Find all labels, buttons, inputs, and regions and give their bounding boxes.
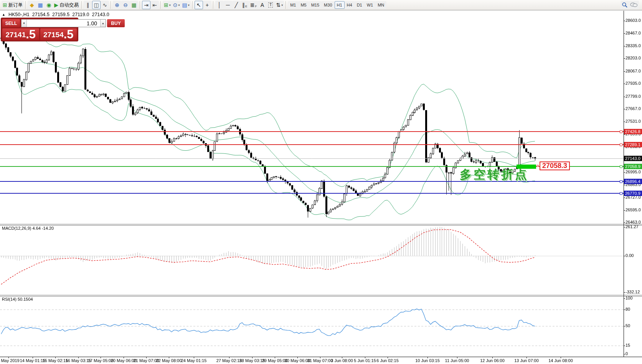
new-order-label: 新订单 — [8, 2, 23, 8]
toolbar-separator — [160, 1, 161, 9]
timeframe-d1-button[interactable]: D1 — [355, 1, 365, 9]
zoom-in-icon: ⊕ — [115, 2, 119, 8]
autotrading-button[interactable]: ▶自动交易 — [53, 1, 80, 9]
timeframe-w1-button[interactable]: W1 — [365, 1, 376, 9]
sell-button[interactable]: SELL — [2, 19, 20, 27]
auto-scroll-button[interactable]: ⇥ — [142, 1, 150, 9]
chart-canvas[interactable] — [0, 0, 642, 364]
auto-scroll-icon: ⇥ — [144, 2, 149, 8]
indicators-button[interactable]: ⊞▾ — [163, 1, 172, 9]
new-order-button[interactable]: ⊞新订单 — [2, 1, 24, 9]
market-watch-button[interactable]: ▦ — [36, 1, 45, 9]
arrow-objects-dropdown-icon[interactable]: ▾ — [281, 3, 283, 7]
timeframe-m30-button[interactable]: M30 — [322, 1, 334, 9]
lot-size-input[interactable] — [27, 20, 100, 27]
sell-price-button[interactable]: 27141.5 — [2, 28, 39, 40]
chart-shift-button[interactable]: ⇤ — [150, 1, 159, 9]
line-chart-button[interactable]: ∿ — [101, 1, 109, 9]
price-badge: 26896.4 — [624, 179, 642, 184]
periods-button[interactable]: ⊙▾ — [172, 1, 181, 9]
navigator-icon: ◉ — [46, 2, 51, 8]
candlestick-chart-icon: ◫ — [94, 2, 99, 8]
crosshair-icon: + — [206, 2, 209, 8]
toolbar: ⊞新订单◆▦◉▶自动交易∥◫∿⊕⊖▦⇥⇤⊞▾⊙▾▤▾↖+│─╱∥E≣FAT⇅▾M… — [0, 0, 642, 10]
toolbar-separator — [140, 1, 140, 9]
tile-windows-button[interactable]: ▦ — [130, 1, 138, 9]
templates-dropdown-icon[interactable]: ▾ — [188, 3, 190, 7]
price-badge: 27058.9 — [624, 164, 642, 169]
trading-terminal: ⊞新订单◆▦◉▶自动交易∥◫∿⊕⊖▦⇥⇤⊞▾⊙▾▤▾↖+│─╱∥E≣FAT⇅▾M… — [0, 0, 642, 364]
timeframe-mn-button[interactable]: MN — [375, 1, 386, 9]
autotrading-icon: ▶ — [54, 2, 58, 8]
buy-button[interactable]: BUY — [107, 19, 125, 27]
sell-price-int: 27141 — [5, 30, 26, 40]
toolbar-separator — [81, 1, 82, 9]
arrow-objects-icon: ⇅ — [276, 2, 281, 8]
fibonacci-button[interactable]: ≣F — [249, 1, 258, 9]
buy-price-frac: .5 — [64, 29, 74, 40]
timeframe-m15-button[interactable]: M15 — [309, 1, 322, 9]
chat-button[interactable] — [629, 1, 639, 9]
text-label-button[interactable]: T — [266, 1, 275, 9]
fibonacci-icon: ≣ — [250, 2, 255, 8]
equidistant-channel-sub-label: E — [245, 5, 247, 8]
search-button[interactable] — [621, 1, 629, 9]
trendline-button[interactable]: ╱ — [232, 1, 241, 9]
zoom-out-icon: ⊖ — [123, 2, 128, 8]
sell-price-frac: .5 — [26, 29, 36, 40]
text-button[interactable]: A — [258, 1, 266, 9]
chat-icon — [630, 2, 638, 8]
toolbar-separator — [111, 1, 111, 9]
timeframe-m1-button[interactable]: M1 — [288, 1, 298, 9]
price-badge: 27289.1 — [624, 142, 642, 147]
arrow-objects-button[interactable]: ⇅▾ — [275, 1, 284, 9]
periods-dropdown-icon[interactable]: ▾ — [178, 3, 180, 7]
trendline-icon: ╱ — [235, 2, 238, 8]
equidistant-channel-button[interactable]: ∥E — [241, 1, 249, 9]
bar-chart-icon: ∥ — [87, 2, 89, 8]
zoom-out-button[interactable]: ⊖ — [121, 1, 130, 9]
open-value: 27154.5 — [32, 12, 50, 17]
toolbar-separator — [213, 1, 214, 9]
candlestick-chart-button[interactable]: ◫ — [92, 1, 101, 9]
profiles-button[interactable]: ◆ — [28, 1, 36, 9]
vertical-line-icon: │ — [218, 2, 221, 8]
cursor-icon: ↖ — [196, 2, 201, 8]
timeframe-h1-button[interactable]: H1 — [335, 1, 345, 9]
navigator-button[interactable]: ◉ — [45, 1, 53, 9]
lot-increase-button[interactable]: ▲ — [100, 20, 106, 27]
chart-shift-icon: ⇤ — [152, 2, 157, 8]
low-value: 27119.0 — [72, 12, 89, 17]
vertical-line-button[interactable]: │ — [215, 1, 224, 9]
buy-price-int: 27154 — [43, 30, 64, 40]
symbol-info: ▲ HK50-,H1 27154.5 27159.5 27119.0 27143… — [2, 12, 109, 17]
toolbar-separator — [25, 1, 26, 9]
horizontal-line-button[interactable]: ─ — [224, 1, 232, 9]
text-label-icon: T — [268, 2, 273, 8]
periods-icon: ⊙ — [173, 2, 178, 8]
profiles-icon: ◆ — [30, 2, 34, 8]
indicators-icon: ⊞ — [164, 2, 168, 8]
price-badge: 27143.0 — [624, 156, 642, 161]
templates-button[interactable]: ▤▾ — [181, 1, 191, 9]
price-tag-label[interactable]: 27058.3 — [540, 161, 570, 170]
buy-price-button[interactable]: 27154.5 — [40, 28, 77, 40]
cursor-button[interactable]: ↖ — [195, 1, 203, 9]
fibonacci-sub-label: F — [255, 5, 257, 8]
timeframe-h4-button[interactable]: H4 — [345, 1, 355, 9]
crosshair-button[interactable]: + — [203, 1, 211, 9]
close-value: 27143.0 — [92, 12, 109, 17]
toolbar-separator — [286, 1, 286, 9]
indicators-dropdown-icon[interactable]: ▾ — [169, 3, 171, 7]
annotation-text[interactable]: 多空转折点 — [460, 166, 529, 183]
bar-chart-button[interactable]: ∥ — [84, 1, 92, 9]
collapse-arrow-icon[interactable]: ▲ — [2, 13, 5, 16]
price-badge: 26770.9 — [624, 191, 642, 196]
tile-windows-icon: ▦ — [131, 2, 136, 8]
timeframe-m5-button[interactable]: M5 — [298, 1, 309, 9]
text-icon: A — [261, 2, 264, 8]
zoom-in-button[interactable]: ⊕ — [113, 1, 121, 9]
horizontal-line-icon: ─ — [226, 2, 230, 8]
lot-decrease-button[interactable]: ▼ — [21, 20, 27, 27]
high-value: 27159.5 — [52, 12, 69, 17]
